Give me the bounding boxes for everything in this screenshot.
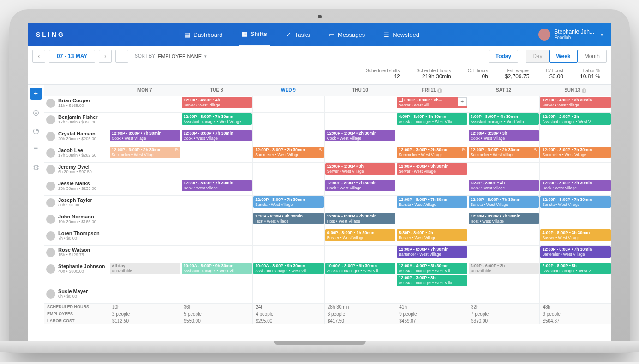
day-cell[interactable] [324, 146, 396, 162]
add-shift-button[interactable]: + [458, 97, 467, 106]
list-icon-button[interactable]: ≡ [30, 143, 42, 155]
day-cell[interactable] [468, 246, 540, 262]
day-cell[interactable] [109, 246, 181, 262]
day-cell[interactable] [324, 287, 396, 303]
day-cell[interactable]: 12:00P - 8:00P • 7h 30min Sommelier • We… [539, 146, 611, 162]
shift-block[interactable]: 6:00P - 8:00P • 1h 30min Busser • West V… [325, 229, 396, 241]
date-range-button[interactable]: 07 - 13 MAY [49, 50, 95, 63]
nav-item-newsfeed[interactable]: ☰Newsfeed [381, 23, 422, 46]
shift-block[interactable]: 3:00P - 8:00P • 4h 30min Assistant manag… [469, 113, 539, 125]
day-header-tue-8[interactable]: TUE 8 [181, 85, 253, 96]
day-cell[interactable] [181, 196, 253, 212]
nav-item-tasks[interactable]: ✓Tasks [283, 23, 313, 46]
day-cell[interactable] [396, 212, 468, 229]
employee-info-cell[interactable]: Stephanie Johnson 40h • $800.00 [44, 262, 109, 287]
employee-info-cell[interactable]: Susie Mayer 0h • $0.00 [44, 287, 109, 303]
next-week-button[interactable]: › [99, 50, 112, 63]
shift-block[interactable]: 10:00A - 8:00P • 9h 30min Assistant mana… [325, 263, 396, 274]
day-cell[interactable] [539, 163, 611, 179]
day-cell[interactable]: 12:00P - 8:00P • 7h 30min Barista • West… [468, 196, 540, 212]
day-cell[interactable] [109, 163, 181, 179]
nav-item-shifts[interactable]: ▦Shifts [239, 23, 270, 46]
day-cell[interactable] [109, 113, 181, 129]
shift-block[interactable]: 12:00P - 3:30P • 3h Cook • West Village [469, 130, 539, 141]
day-cell[interactable]: 12:00P - 8:00P • 7h 30min Cook • West Vi… [181, 179, 253, 195]
shift-block[interactable]: 12:00P - 8:00P • 7h 30min Cook • West Vi… [182, 130, 252, 141]
day-cell[interactable] [252, 96, 324, 112]
shift-block[interactable]: 3:00P - 6:00P • 3h Unavailable [469, 263, 539, 274]
shift-block[interactable]: 4:00P - 8:00P • 3h 30min Busser • West V… [540, 229, 611, 241]
day-cell[interactable] [109, 212, 181, 229]
day-cell[interactable] [324, 113, 396, 129]
checkbox-toggle-button[interactable]: ☐ [115, 50, 128, 63]
day-cell[interactable] [539, 212, 611, 229]
day-cell[interactable] [252, 287, 324, 303]
day-cell[interactable] [109, 179, 181, 195]
day-cell[interactable] [539, 129, 611, 146]
day-cell[interactable] [468, 287, 540, 303]
day-cell[interactable]: 12:00P - 8:00P • 7h 30min Cook • West Vi… [539, 179, 611, 195]
shift-block[interactable]: 12:00P - 8:00P • 7h 30min Barista • West… [540, 196, 611, 208]
shift-block[interactable]: 12:00P - 8:00P • 7h 30min Cook • West Vi… [110, 130, 180, 141]
shift-block[interactable]: 12:00P - 8:00P • 7h 30min Barista • West… [469, 196, 539, 208]
view-month-button[interactable]: Month [578, 50, 607, 63]
day-cell[interactable] [324, 196, 396, 212]
day-cell[interactable]: 12:00P - 3:00P • 2h 30min⇱ Sommelier • W… [109, 146, 181, 162]
shift-block[interactable]: 12:00P - 8:00P • 7h 30min Assistant mana… [182, 113, 252, 125]
day-cell[interactable] [252, 179, 324, 195]
shift-block[interactable]: 12:00P - 8:00P • 7h 30min Cook • West Vi… [540, 180, 611, 191]
day-cell[interactable] [181, 246, 253, 262]
day-cell[interactable] [181, 229, 253, 245]
day-cell[interactable]: 4:00P - 8:00P • 3h 30min Assistant manag… [396, 113, 468, 129]
day-cell[interactable] [109, 229, 181, 245]
day-cell[interactable]: 12:00P - 3:00P • 2h 30min Cook • West Vi… [324, 129, 396, 146]
shift-block[interactable]: 12:00P - 8:00P • 7h 30min Host • West Vi… [469, 213, 539, 224]
employee-info-cell[interactable]: Jacob Lee 17h 30min • $262.50 [44, 146, 109, 162]
employee-info-cell[interactable]: Benjamin Fisher 17h 30min • $350.00 [44, 113, 109, 129]
pin-icon-button[interactable]: ◎ [30, 106, 42, 118]
employee-info-cell[interactable]: Brian Cooper 11h • $165.00 [44, 96, 109, 112]
day-cell[interactable]: 10:00A - 8:00P • 9h 30min Assistant mana… [252, 262, 324, 287]
shift-block[interactable]: 12:00P - 3:00P • 2h 30min Cook • West Vi… [325, 130, 396, 141]
shift-block[interactable]: 4:00P - 8:00P • 3h 30min Assistant manag… [397, 113, 467, 125]
day-cell[interactable]: 12:00A - 4:00P • 3h 30min Assistant mana… [396, 262, 468, 287]
day-cell[interactable]: 1:30P - 6:30P • 4h 30min Host • West Vil… [252, 212, 324, 229]
day-cell[interactable]: 12:00P - 8:00P • 7h 30min Host • West Vi… [324, 212, 396, 229]
day-header-sun-13[interactable]: SUN 13i [539, 85, 611, 96]
day-cell[interactable]: 12:00P - 4:00P • 3h 30min Server • West … [539, 96, 611, 112]
day-cell[interactable] [324, 246, 396, 262]
day-header-mon-7[interactable]: MON 7 [109, 85, 181, 96]
day-cell[interactable]: 2:00P - 8:00P • 5h Assistant manager • W… [539, 262, 611, 287]
day-cell[interactable]: 12:00P - 8:00P • 7h 30min Cook • West Vi… [181, 129, 253, 146]
day-cell[interactable]: 12:00P - 8:00P • 7h 30min Bartender • We… [539, 246, 611, 262]
shift-block[interactable]: 10:00A - 8:00P • 9h 30min Assistant mana… [253, 263, 324, 274]
day-cell[interactable] [468, 229, 540, 245]
day-cell[interactable]: 6:00P - 8:00P • 1h 30min Busser • West V… [324, 229, 396, 245]
shift-block[interactable]: 12:00P - 8:00P • 7h 30min Bartender • We… [540, 246, 611, 258]
shift-block[interactable]: 12:00P - 3:00P • 3h Assistant manager • … [397, 275, 467, 286]
day-cell[interactable]: 10:00A - 8:00P • 9h 30min Assistant mana… [324, 262, 396, 287]
day-cell[interactable] [109, 287, 181, 303]
day-cell[interactable]: 12:00P - 8:00P • 7h 30min Cook • West Vi… [109, 129, 181, 146]
nav-item-dashboard[interactable]: ▤Dashboard [181, 23, 226, 46]
day-cell[interactable]: 12:00P - 3:00P • 2h 30min⇱ Sommelier • W… [468, 146, 540, 162]
day-cell[interactable] [252, 129, 324, 146]
shift-block[interactable]: 12:00P - 3:00P • 2h 30min⇱ Sommelier • W… [397, 147, 467, 158]
shift-block[interactable]: 12:00P - 8:00P • 7h 30min Barista • West… [397, 196, 467, 208]
shift-block[interactable]: 12:00A - 4:00P • 3h 30min Assistant mana… [397, 263, 467, 274]
today-button[interactable]: Today [489, 50, 518, 63]
day-cell[interactable]: 12:00P - 3:30P • 3h Cook • West Village [468, 129, 540, 146]
day-cell[interactable] [109, 96, 181, 112]
plus-icon-button[interactable]: + [30, 88, 42, 100]
day-header-fri-11[interactable]: FRI 11i [396, 85, 468, 96]
day-cell[interactable] [396, 129, 468, 146]
day-cell[interactable] [252, 113, 324, 129]
day-cell[interactable] [109, 196, 181, 212]
day-header-sat-12[interactable]: SAT 12 [468, 85, 540, 96]
shift-block[interactable]: 12:00P - 2:00P • 2h Assistant manager • … [540, 113, 611, 125]
employee-info-cell[interactable]: Rose Watson 15h • $129.75 [44, 246, 109, 262]
shift-block[interactable]: 2:00P - 8:00P • 5h Assistant manager • W… [540, 263, 611, 274]
shift-block[interactable]: 12:00P - 8:00P • 7h 30min Sommelier • We… [540, 147, 611, 158]
shift-block[interactable]: 12:00P - 8:00P • 7h 30min Cook • West Vi… [325, 180, 396, 191]
day-cell[interactable]: 12:00P - 8:00P • 7h 30min Assistant mana… [181, 113, 253, 129]
